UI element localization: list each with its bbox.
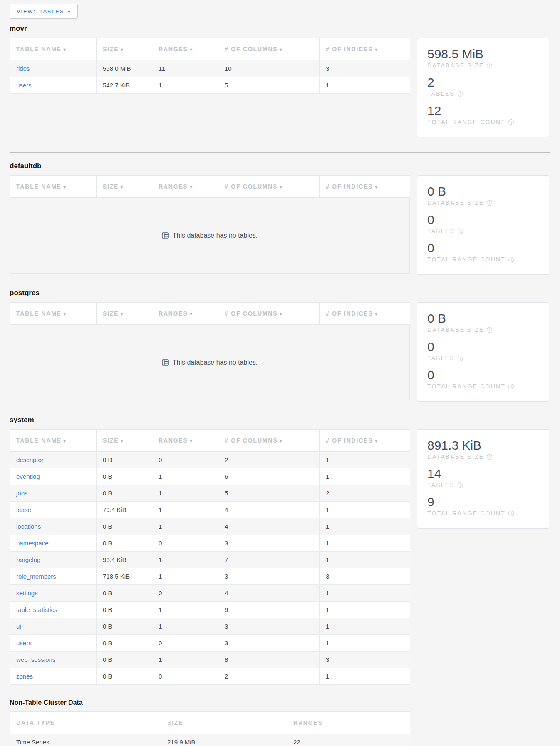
info-icon[interactable] xyxy=(458,482,463,488)
info-icon[interactable] xyxy=(508,119,514,125)
stat-value: 0 xyxy=(427,340,539,354)
info-icon[interactable] xyxy=(508,384,514,389)
section-divider xyxy=(10,152,550,153)
column-header-size[interactable]: SIZE▼ xyxy=(97,176,152,198)
table-link[interactable]: table_statistics xyxy=(16,606,57,613)
column-header-size[interactable]: SIZE xyxy=(161,712,287,734)
info-icon[interactable] xyxy=(487,63,492,68)
sort-caret-icon: ▼ xyxy=(119,47,125,52)
ranges-cell: 1 xyxy=(152,602,218,618)
info-icon[interactable] xyxy=(487,454,492,460)
column-header-table-name[interactable]: TABLE NAME▼ xyxy=(10,176,97,198)
column-header-label: RANGES xyxy=(293,719,323,726)
sort-caret-icon: ▼ xyxy=(189,184,194,189)
stat-value: 0 xyxy=(427,368,539,382)
table-link[interactable]: namespace xyxy=(16,540,49,547)
info-icon[interactable] xyxy=(458,91,463,97)
table-link[interactable]: eventlog xyxy=(16,473,40,480)
data-type-cell: Time Series xyxy=(10,734,161,746)
empty-state: This database has no tables. xyxy=(10,325,410,400)
column-header-of-columns[interactable]: # OF COLUMNS▼ xyxy=(218,176,320,198)
database-section-movr: movrTABLE NAME▼SIZE▼RANGES▼# OF COLUMNS▼… xyxy=(10,25,550,137)
database-tables-table: TABLE NAME▼SIZE▼RANGES▼# OF COLUMNS▼# OF… xyxy=(10,175,410,274)
table-link[interactable]: zones xyxy=(16,673,33,680)
column-header-of-indices[interactable]: # OF INDICES▼ xyxy=(320,176,410,198)
indices-cell: 1 xyxy=(320,585,410,602)
column-header-of-columns[interactable]: # OF COLUMNS▼ xyxy=(218,303,320,325)
table-link[interactable]: ui xyxy=(16,623,21,630)
stat-value: 891.3 KiB xyxy=(427,438,539,453)
stat-label: DATABASE SIZE xyxy=(427,62,539,69)
column-header-label: SIZE xyxy=(103,310,119,317)
stat-label-text: TABLES xyxy=(427,482,455,488)
sort-caret-icon: ▼ xyxy=(189,47,194,52)
column-header-table-name[interactable]: TABLE NAME▼ xyxy=(10,303,97,325)
column-header-ranges[interactable]: RANGES▼ xyxy=(152,303,218,325)
column-header-table-name[interactable]: TABLE NAME▼ xyxy=(10,38,97,60)
info-icon[interactable] xyxy=(508,511,514,516)
column-header-of-indices[interactable]: # OF INDICES▼ xyxy=(320,303,410,325)
info-icon[interactable] xyxy=(487,327,492,333)
sort-caret-icon: ▼ xyxy=(374,438,379,443)
info-icon[interactable] xyxy=(458,229,463,234)
sort-caret-icon: ▼ xyxy=(189,311,194,316)
ranges-cell: 1 xyxy=(152,77,218,94)
column-header-data-type[interactable]: DATA TYPE xyxy=(10,712,161,734)
info-icon[interactable] xyxy=(508,257,514,262)
stat-total-range-count: 12TOTAL RANGE COUNT xyxy=(427,104,539,125)
table-link[interactable]: role_members xyxy=(16,573,56,580)
indices-cell: 1 xyxy=(320,452,410,468)
stat-label-text: TABLES xyxy=(427,228,455,234)
table-link[interactable]: descriptor xyxy=(16,456,44,463)
info-icon[interactable] xyxy=(487,200,492,206)
stat-database-size: 0 BDATABASE SIZE xyxy=(427,184,539,206)
sort-caret-icon: ▼ xyxy=(278,47,284,52)
column-header-label: DATA TYPE xyxy=(16,719,55,726)
size-cell: 0 B xyxy=(97,485,152,502)
view-dropdown[interactable]: VIEW: TABLES ▾ xyxy=(10,4,78,19)
database-summary-panel: 0 BDATABASE SIZE0TABLES0TOTAL RANGE COUN… xyxy=(417,175,549,275)
columns-cell: 2 xyxy=(218,452,320,468)
table-link[interactable]: jobs xyxy=(16,490,28,497)
size-cell: 0 B xyxy=(97,468,152,485)
table-link[interactable]: web_sessions xyxy=(16,656,55,663)
stat-label: TOTAL RANGE COUNT xyxy=(427,510,539,517)
table-grid-icon xyxy=(162,232,169,239)
column-header-size[interactable]: SIZE▼ xyxy=(97,38,152,60)
column-header-ranges[interactable]: RANGES xyxy=(287,712,410,734)
column-header-table-name[interactable]: TABLE NAME▼ xyxy=(10,430,97,452)
column-header-of-indices[interactable]: # OF INDICES▼ xyxy=(320,430,410,452)
info-icon[interactable] xyxy=(458,356,463,361)
view-dropdown-label: VIEW: xyxy=(17,8,36,15)
column-header-size[interactable]: SIZE▼ xyxy=(97,303,152,325)
table-name-cell: jobs xyxy=(10,485,97,502)
column-header-of-columns[interactable]: # OF COLUMNS▼ xyxy=(218,430,320,452)
stat-total-range-count: 0TOTAL RANGE COUNT xyxy=(427,241,539,263)
table-link[interactable]: settings xyxy=(16,589,38,597)
column-header-ranges[interactable]: RANGES▼ xyxy=(152,176,218,198)
table-header-row: TABLE NAME▼SIZE▼RANGES▼# OF COLUMNS▼# OF… xyxy=(10,176,410,198)
column-header-of-columns[interactable]: # OF COLUMNS▼ xyxy=(218,38,320,60)
column-header-size[interactable]: SIZE▼ xyxy=(97,430,152,452)
column-header-ranges[interactable]: RANGES▼ xyxy=(152,38,218,60)
table-link[interactable]: locations xyxy=(16,523,41,530)
column-header-of-indices[interactable]: # OF INDICES▼ xyxy=(320,38,410,60)
table-link[interactable]: rangelog xyxy=(16,556,40,563)
stat-label-text: DATABASE SIZE xyxy=(427,62,484,69)
table-header-row: DATA TYPESIZERANGES xyxy=(10,712,410,734)
table-link[interactable]: rides xyxy=(16,65,30,72)
sort-caret-icon: ▼ xyxy=(62,47,68,52)
columns-cell: 4 xyxy=(218,585,320,602)
database-section-postgres: postgresTABLE NAME▼SIZE▼RANGES▼# OF COLU… xyxy=(10,289,550,402)
table-link[interactable]: lease xyxy=(16,506,31,513)
table-link[interactable]: users xyxy=(16,82,32,89)
empty-state: This database has no tables. xyxy=(10,198,410,274)
stat-label-text: TABLES xyxy=(427,90,455,97)
table-name-cell: web_sessions xyxy=(10,652,97,668)
database-heading: postgres xyxy=(10,289,550,297)
table-link[interactable]: users xyxy=(16,639,32,647)
stat-label: DATABASE SIZE xyxy=(427,326,539,333)
column-header-label: # OF COLUMNS xyxy=(225,46,278,52)
table-name-cell: table_statistics xyxy=(10,602,97,618)
column-header-ranges[interactable]: RANGES▼ xyxy=(152,430,218,452)
